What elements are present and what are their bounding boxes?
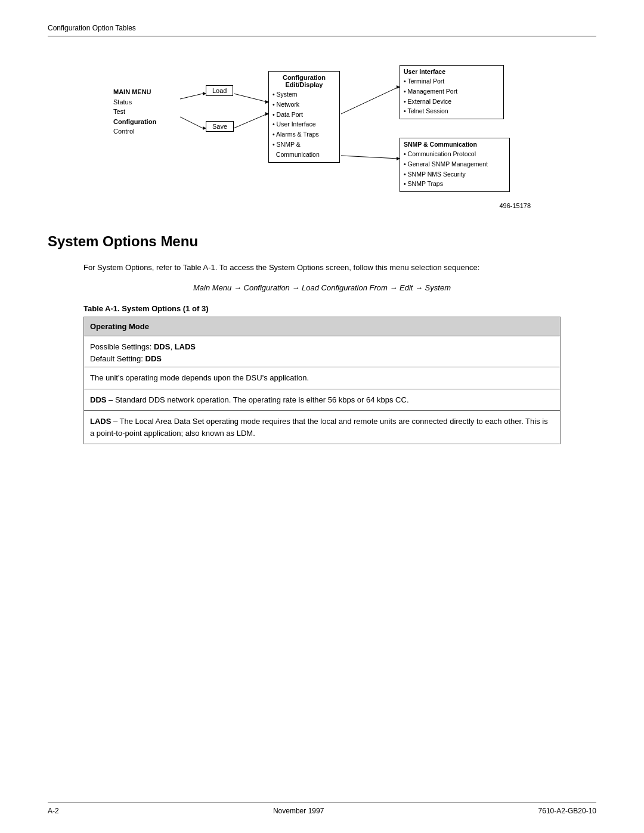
config-edit-box: ConfigurationEdit/Display • System • Net… (268, 71, 340, 163)
main-menu-item-status: Status (113, 98, 132, 106)
footer-left: A-2 (48, 807, 59, 815)
svg-line-8 (341, 87, 398, 114)
desc3-cell: LADS – The Local Area Data Set operating… (84, 411, 561, 444)
main-menu-box: MAIN MENU Status Test Configuration Cont… (113, 87, 179, 137)
ui-box-title: User Interface (404, 68, 500, 75)
desc3-row: LADS – The Local Area Data Set operating… (84, 411, 561, 444)
desc2-row: DDS – Standard DDS network operation. Th… (84, 389, 561, 411)
main-menu-item-config: Configuration (113, 118, 156, 125)
config-title: ConfigurationEdit/Display (273, 74, 336, 88)
breadcrumb: Configuration Option Tables (48, 24, 136, 32)
save-label: Save (212, 123, 227, 130)
diagram-container: MAIN MENU Status Test Configuration Cont… (113, 54, 531, 209)
svg-line-10 (341, 156, 398, 159)
page: Configuration Option Tables (0, 0, 644, 480)
settings-separator: , (170, 342, 174, 351)
main-menu-item-control: Control (113, 128, 134, 135)
config-item-dataport: • Data Port (273, 111, 303, 118)
config-item-network: • Network (273, 101, 299, 108)
desc1-cell: The unit's operating mode depends upon t… (84, 367, 561, 389)
settings-lads: LADS (175, 342, 196, 351)
ui-item-management: • Management Port (404, 88, 457, 95)
page-header: Configuration Option Tables (48, 24, 596, 36)
default-setting-label: Default Setting: (90, 354, 145, 363)
footer-center: November 1997 (273, 807, 324, 815)
config-items: • System • Network • Data Port • User In… (273, 89, 336, 160)
config-item-system: • System (273, 91, 298, 98)
settings-cell: Possible Settings: DDS, LADS Default Set… (84, 336, 561, 367)
svg-line-4 (234, 94, 267, 102)
section-heading: System Options Menu (48, 233, 596, 250)
svg-line-0 (180, 94, 203, 99)
ui-item-telnet: • Telnet Session (404, 107, 448, 114)
config-item-snmp: • SNMP & Communication (273, 141, 320, 158)
lads-bold: LADS (90, 417, 111, 426)
default-value: DDS (145, 354, 162, 363)
footer-right: 7610-A2-GB20-10 (538, 807, 596, 815)
snmp-item-general: • General SNMP Management (404, 160, 488, 168)
possible-settings-label: Possible Settings: (90, 342, 154, 351)
section-body-text: For System Options, refer to Table A-1. … (83, 262, 561, 274)
ui-item-external: • External Device (404, 98, 451, 105)
snmp-item-nms: • SNMP NMS Security (404, 171, 466, 178)
ui-item-terminal: • Terminal Port (404, 78, 444, 85)
desc1-row: The unit's operating mode depends upon t… (84, 367, 561, 389)
settings-values: DDS (154, 342, 170, 351)
table-header-row: Operating Mode (84, 317, 561, 336)
main-menu-title: MAIN MENU (113, 87, 179, 97)
load-box: Load (206, 85, 233, 96)
settings-row: Possible Settings: DDS, LADS Default Set… (84, 336, 561, 367)
lads-text: – The Local Area Data Set operating mode… (90, 417, 548, 438)
snmp-item-traps: • SNMP Traps (404, 180, 443, 187)
diagram-area: MAIN MENU Status Test Configuration Cont… (48, 54, 596, 209)
load-label: Load (212, 87, 227, 94)
svg-line-2 (180, 117, 203, 128)
figure-number: 496-15178 (499, 202, 531, 209)
snmp-item-protocol: • Communication Protocol (404, 150, 476, 157)
main-menu-item-test: Test (113, 108, 125, 115)
config-item-userinterface: • User Interface (273, 120, 316, 128)
dds-bold: DDS (90, 395, 106, 404)
svg-line-6 (234, 114, 267, 128)
options-table: Operating Mode Possible Settings: DDS, L… (83, 317, 561, 445)
config-item-alarms: • Alarms & Traps (273, 131, 319, 138)
snmp-title-text: SNMP & Communication (404, 141, 477, 148)
save-box: Save (206, 121, 234, 132)
user-interface-box: User Interface • Terminal Port • Managem… (400, 65, 504, 119)
table-label: Table A-1. System Options (1 of 3) (83, 304, 596, 313)
ui-box-items: • Terminal Port • Management Port • Exte… (404, 76, 500, 116)
table-header-cell: Operating Mode (84, 317, 561, 336)
menu-path: Main Menu → Configuration → Load Configu… (83, 283, 561, 292)
dds-text: – Standard DDS network operation. The op… (106, 395, 408, 404)
page-footer: A-2 November 1997 7610-A2-GB20-10 (48, 803, 596, 815)
snmp-box: SNMP & Communication • Communication Pro… (400, 138, 510, 192)
snmp-box-items: • Communication Protocol • General SNMP … (404, 149, 506, 189)
snmp-box-title: SNMP & Communication (404, 141, 506, 148)
desc2-cell: DDS – Standard DDS network operation. Th… (84, 389, 561, 411)
